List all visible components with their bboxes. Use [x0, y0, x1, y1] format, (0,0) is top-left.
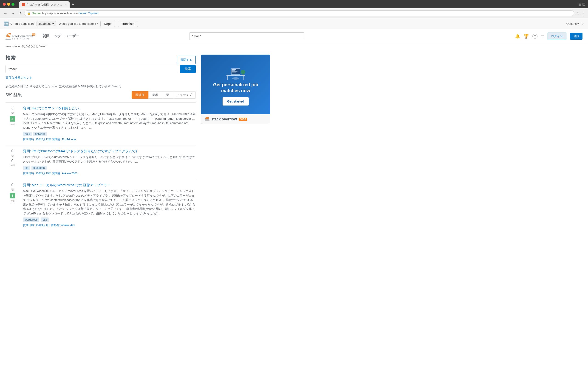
- question-tags: os-x network: [23, 132, 196, 136]
- search-bar-wrap: 検索: [6, 65, 196, 73]
- tag[interactable]: wordpress: [23, 217, 39, 222]
- asker-label: 質問者:: [52, 138, 61, 141]
- header-search-input[interactable]: [189, 32, 304, 40]
- search-hint-link[interactable]: 高度な検索のヒント: [6, 76, 32, 79]
- translate-close-button[interactable]: ×: [582, 21, 584, 26]
- search-section: 検索 質問する 検索 高度な検索のヒント: [6, 55, 196, 80]
- answer-badge: 3: [10, 116, 15, 122]
- svg-rect-14: [232, 69, 236, 70]
- sort-relevance[interactable]: 関連度: [132, 91, 148, 99]
- vote-count: 0: [6, 149, 19, 153]
- tab-title: "mac" を含む投稿 - スタック・オ...: [27, 3, 63, 7]
- vote-count: 3: [6, 106, 19, 110]
- question-title[interactable]: 質問: iOSでBluetoothのMACアドレスを知りたいのですが（プログラム…: [23, 149, 196, 153]
- nav-users[interactable]: ユーザー: [64, 33, 81, 39]
- inbox-icon[interactable]: 🔔: [515, 34, 520, 39]
- nav-tags[interactable]: タグ: [52, 33, 63, 39]
- register-button[interactable]: 登録: [570, 33, 582, 40]
- refresh-button[interactable]: ↺: [17, 10, 22, 16]
- new-tab-button[interactable]: +: [69, 1, 76, 8]
- so-jobs-icon: [205, 117, 209, 122]
- help-icon[interactable]: ?: [532, 34, 537, 39]
- secure-text: Secure: [32, 12, 41, 15]
- main-layout: 検索 質問する 検索 高度な検索のヒント 次の結果が見つかりませんでした: ma…: [0, 50, 276, 236]
- question-title[interactable]: 質問: macでtcコマンドを利用したい。: [23, 106, 196, 110]
- vote-column: 3 票 3 回答: [6, 106, 19, 142]
- site-logo[interactable]: stack overflow スタック・オーバーフロー BETA: [6, 32, 35, 40]
- question-excerpt: iOSでプログラムからbluetoothのMACアドレスを知りたいのですがどうす…: [23, 155, 196, 164]
- question-title[interactable]: 質問: Mac ローカルの WordPress での 画像アップエラー: [23, 183, 196, 187]
- svg-rect-0: [6, 39, 10, 40]
- traffic-lights: [3, 3, 15, 6]
- translate-notice: results found 次の値を含む "mac": [0, 43, 588, 50]
- question-excerpt: Mac OSX Yosemite のローカルに WordPress を置いてテス…: [23, 189, 196, 216]
- vote-label: 票: [6, 188, 19, 192]
- answer-count: 0: [6, 159, 19, 163]
- asker-name[interactable]: tanaka_dev: [61, 224, 75, 227]
- sort-votes[interactable]: 票: [162, 91, 173, 99]
- so-jobs-logo: stack overflow JOBS: [201, 114, 270, 124]
- translate-options[interactable]: Options ▾: [566, 22, 579, 25]
- sort-active[interactable]: アクティブ: [173, 91, 196, 99]
- vote-count: 0: [6, 183, 19, 187]
- browser-tab[interactable]: S "mac" を含む投稿 - スタック・オ... ×: [19, 1, 69, 8]
- search-main-input[interactable]: [6, 65, 178, 73]
- forward-button[interactable]: →: [10, 10, 16, 16]
- question-item: 0 票 0 回答 質問: iOSでBluetoothのMACアドレスを知りたいの…: [6, 145, 196, 179]
- sort-newest[interactable]: 新着: [148, 91, 162, 99]
- asked-date: 15年5月19日: [36, 172, 52, 175]
- question-meta: 質問日時: 15年3月1日 質問者: tanaka_dev: [23, 223, 196, 227]
- so-jobs-label: stack overflow: [211, 117, 237, 121]
- svg-rect-25: [206, 117, 209, 118]
- bookmark-button[interactable]: ☆: [576, 11, 579, 15]
- vote-column: 0 票 0 回答: [6, 149, 19, 175]
- browser-menu-button[interactable]: ⋮: [581, 11, 585, 16]
- svg-rect-24: [205, 118, 209, 119]
- question-content: 質問: Mac ローカルの WordPress での 画像アップエラー Mac …: [23, 183, 196, 227]
- maximize-traffic-light[interactable]: [11, 3, 15, 6]
- question-content: 質問: macでtcコマンドを利用したい。 Mac上でnetemを利用する方法を…: [23, 106, 196, 142]
- asked-date: 15年3月1日: [36, 224, 50, 227]
- translate-button[interactable]: Translate: [118, 21, 138, 27]
- ad-cta-button[interactable]: Get started: [223, 97, 249, 106]
- site-header: stack overflow スタック・オーバーフロー BETA 質問 タグ ユ…: [0, 29, 588, 43]
- left-column: 検索 質問する 検索 高度な検索のヒント 次の結果が見つかりませんでした: ma…: [6, 55, 196, 231]
- chevron-down-icon: ▾: [52, 22, 54, 25]
- so-jobs-tag: JOBS: [239, 118, 247, 121]
- svg-rect-15: [232, 70, 235, 71]
- tag[interactable]: osx: [41, 217, 49, 222]
- back-button[interactable]: ←: [3, 10, 8, 16]
- tab-close-btn[interactable]: ×: [65, 3, 67, 6]
- nav-questions[interactable]: 質問: [41, 33, 52, 39]
- search-submit-button[interactable]: 検索: [180, 65, 196, 73]
- asker-name[interactable]: kokawa2003: [62, 172, 78, 175]
- tag[interactable]: network: [33, 132, 47, 136]
- tag[interactable]: os-x: [23, 132, 32, 136]
- achievements-icon[interactable]: 🏆: [524, 34, 529, 39]
- address-input-wrap[interactable]: 🔒 Secure https://ja.stackoverflow.com/se…: [24, 10, 574, 16]
- main-nav: 質問 タグ ユーザー: [41, 34, 81, 38]
- tab-bar: S "mac" を含む投稿 - スタック・オ... × +: [16, 0, 79, 8]
- lock-icon: 🔒: [27, 12, 31, 15]
- tag[interactable]: bluetooth: [32, 166, 46, 170]
- ask-question-button[interactable]: 質問する: [177, 56, 196, 64]
- asker-name[interactable]: FoxTribune: [62, 138, 76, 141]
- url-text: https://ja.stackoverflow.com/search?q=ma…: [42, 11, 571, 15]
- svg-rect-22: [205, 120, 209, 121]
- close-traffic-light[interactable]: [3, 3, 6, 6]
- vote-label: 票: [6, 154, 19, 158]
- minimize-traffic-light[interactable]: [7, 3, 10, 6]
- search-title: 検索: [6, 55, 16, 61]
- answer-label: 回答: [6, 164, 19, 167]
- url-path: /search?q=mac: [78, 11, 99, 15]
- svg-rect-18: [235, 75, 236, 75]
- login-button[interactable]: ログイン: [548, 33, 566, 40]
- tag[interactable]: ios: [23, 166, 30, 170]
- svg-rect-2: [6, 36, 10, 37]
- question-excerpt: Mac上でnetemを利用する方法をご教示ください。 MacとUbuntuをルー…: [23, 112, 196, 130]
- header-search-wrap: [189, 32, 304, 40]
- language-select[interactable]: Japanese ▾: [36, 21, 56, 26]
- site-switcher-icon[interactable]: ≡: [541, 33, 544, 39]
- nope-button[interactable]: Nope: [100, 21, 115, 27]
- answer-label: 回答: [6, 123, 19, 126]
